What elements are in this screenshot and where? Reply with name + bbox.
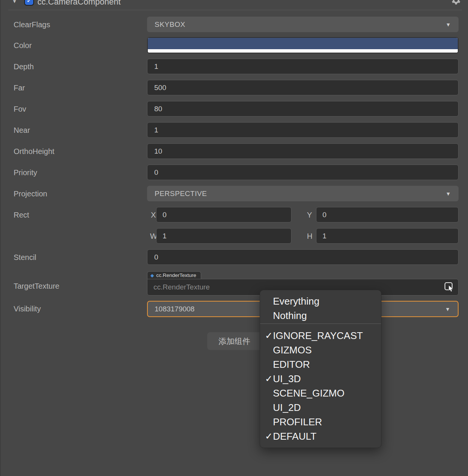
rect-h-input[interactable]: 1 (316, 228, 459, 244)
menu-item-everything[interactable]: Everything (260, 294, 381, 308)
row-projection: Projection PERSPECTIVE ▼ (1, 186, 468, 201)
row-stencil: Stencil 0 (1, 249, 468, 265)
fov-input[interactable]: 80 (147, 101, 459, 117)
color-swatch-fill (148, 38, 458, 50)
depth-input[interactable]: 1 (147, 59, 459, 74)
menu-item-scene-gizmo[interactable]: SCENE_GIZMO (260, 386, 381, 400)
rect-y-label: Y (307, 210, 312, 219)
chevron-down-icon: ▼ (446, 191, 451, 197)
menu-item-label: UI_2D (273, 402, 301, 414)
clearflags-select[interactable]: SKYBOX ▼ (147, 17, 459, 32)
projection-select[interactable]: PERSPECTIVE ▼ (147, 186, 459, 201)
row-rect-xy: Rect X 0 Y 0 (1, 207, 468, 222)
clearflags-label: ClearFlags (14, 20, 50, 29)
checkmark-icon: ✓ (260, 373, 273, 384)
menu-item-label: GIZMOS (273, 344, 312, 356)
row-far: Far 500 (1, 80, 468, 95)
menu-item-label: PROFILER (273, 416, 322, 428)
color-label: Color (14, 41, 32, 50)
rect-x-label: X (151, 210, 156, 219)
rect-label: Rect (14, 210, 29, 219)
orthoheight-label: OrthoHeight (14, 147, 54, 156)
menu-item-editor[interactable]: EDITOR (260, 357, 381, 372)
menu-item-label: Nothing (273, 310, 307, 322)
menu-item-label: UI_3D (273, 373, 301, 385)
projection-label: Projection (14, 189, 47, 198)
stencil-input[interactable]: 0 (147, 249, 459, 265)
component-title: cc.CameraComponent (37, 0, 121, 7)
header-divider (8, 10, 462, 10)
chevron-down-icon: ▼ (446, 22, 451, 28)
menu-item-ignore-raycast[interactable]: ✓ IGNORE_RAYCAST (260, 328, 381, 343)
inspector-panel: ▼ ✓ cc.CameraComponent ClearFlags SKYBOX… (0, 0, 468, 476)
asset-type-name: cc.RenderTexture (156, 272, 196, 278)
menu-item-label: Everything (273, 296, 319, 307)
clearflags-value: SKYBOX (155, 20, 185, 29)
rect-y-input[interactable]: 0 (316, 207, 459, 222)
projection-value: PERSPECTIVE (155, 190, 207, 198)
menu-item-label: DEFAULT (273, 431, 316, 442)
menu-item-gizmos[interactable]: GIZMOS (260, 343, 381, 357)
checkmark-icon: ✓ (260, 431, 273, 442)
rect-h-label: H (307, 232, 312, 240)
row-near: Near 1 (1, 122, 468, 138)
gear-icon[interactable] (450, 0, 460, 7)
depth-label: Depth (14, 62, 34, 71)
add-component-button[interactable]: 添加组件 (207, 332, 262, 350)
orthoheight-input[interactable]: 10 (147, 143, 459, 159)
rect-w-input[interactable]: 1 (156, 228, 291, 244)
menu-item-profiler[interactable]: PROFILER (260, 415, 381, 429)
menu-item-ui-3d[interactable]: ✓ UI_3D (260, 372, 381, 386)
menu-item-label: EDITOR (273, 359, 310, 370)
near-label: Near (14, 126, 30, 134)
checkmark-icon: ✓ (260, 330, 273, 341)
row-clearflags: ClearFlags SKYBOX ▼ (1, 17, 468, 32)
fov-label: Fov (14, 104, 26, 113)
rect-x-input[interactable]: 0 (156, 207, 291, 222)
row-depth: Depth 1 (1, 59, 468, 74)
visibility-dropdown-menu: Everything Nothing ✓ IGNORE_RAYCAST GIZM… (260, 290, 381, 448)
row-orthoheight: OrthoHeight 10 (1, 143, 468, 159)
asset-type-tab: ◆ cc.RenderTexture (147, 271, 201, 279)
color-swatch[interactable] (147, 37, 459, 53)
far-label: Far (14, 83, 25, 92)
stencil-label: Stencil (14, 253, 36, 261)
row-rect-wh: W 1 H 1 (1, 228, 468, 244)
menu-item-nothing[interactable]: Nothing (260, 308, 381, 323)
asset-diamond-icon: ◆ (150, 273, 154, 278)
priority-label: Priority (14, 168, 37, 177)
component-enabled-checkbox[interactable]: ✓ (24, 0, 34, 6)
row-priority: Priority 0 (1, 165, 468, 180)
menu-item-label: IGNORE_RAYCAST (273, 330, 363, 342)
menu-item-default[interactable]: ✓ DEFAULT (260, 429, 381, 443)
row-fov: Fov 80 (1, 101, 468, 117)
menu-item-ui-2d[interactable]: UI_2D (260, 400, 381, 415)
near-input[interactable]: 1 (147, 122, 459, 138)
far-input[interactable]: 500 (147, 80, 459, 95)
targettexture-label: TargetTexture (14, 282, 59, 291)
chevron-down-icon: ▼ (445, 306, 450, 312)
color-swatch-alpha-bar (148, 49, 458, 53)
targettexture-placeholder: cc.RenderTexture (153, 283, 210, 291)
collapse-arrow-icon[interactable]: ▼ (12, 0, 17, 4)
row-color: Color (1, 37, 468, 53)
menu-item-label: SCENE_GIZMO (273, 387, 344, 399)
component-header: ▼ ✓ cc.CameraComponent (1, 0, 468, 10)
asset-picker-icon[interactable] (444, 282, 454, 296)
visibility-value: 1083179008 (155, 305, 195, 313)
visibility-label: Visibility (14, 305, 41, 313)
priority-input[interactable]: 0 (147, 165, 459, 180)
